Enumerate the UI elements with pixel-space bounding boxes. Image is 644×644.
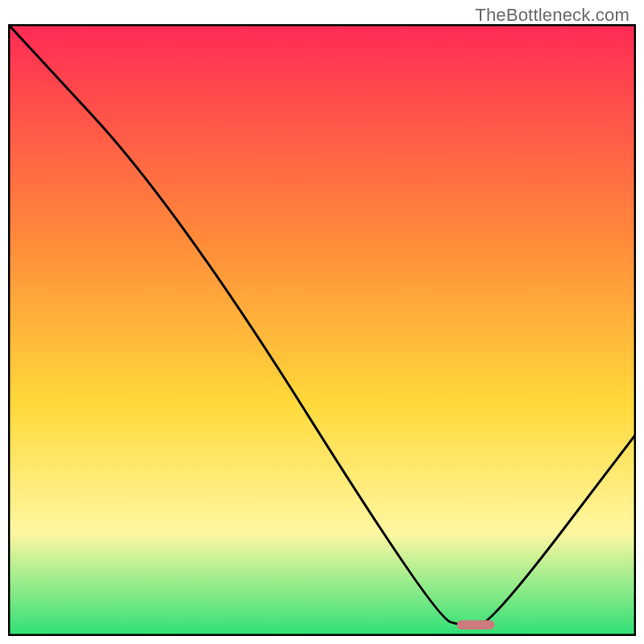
bottleneck-chart	[8, 24, 636, 636]
watermark-text: TheBottleneck.com	[475, 5, 630, 26]
optimal-marker	[457, 621, 495, 630]
gradient-background	[8, 24, 636, 636]
chart-canvas	[8, 24, 636, 636]
